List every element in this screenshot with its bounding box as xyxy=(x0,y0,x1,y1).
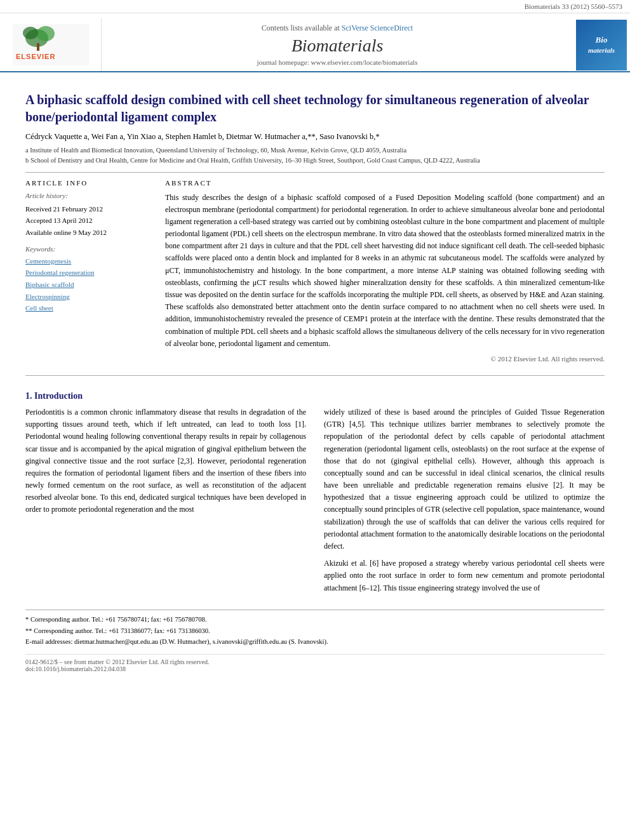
keyword-biphasic[interactable]: Biphasic scaffold xyxy=(25,279,152,291)
journal-title: Biomaterials xyxy=(292,36,384,56)
received-date: Received 21 February 2012 xyxy=(25,203,152,215)
article-title: A biphasic scaffold design combined with… xyxy=(25,91,605,126)
keyword-electrospinning[interactable]: Electrospinning xyxy=(25,291,152,303)
article-history-label: Article history: xyxy=(25,192,152,199)
divider-2 xyxy=(25,375,605,376)
journal-header: ELSEVIER Contents lists available at Sci… xyxy=(0,13,630,72)
intro-heading: 1. Introduction xyxy=(25,391,605,401)
abstract-text: This study describes the design of a bip… xyxy=(165,192,605,350)
available-date: Available online 9 May 2012 xyxy=(25,227,152,239)
article-info-column: Article Info Article history: Received 2… xyxy=(25,179,152,363)
intro-two-col: Periodontitis is a common chronic inflam… xyxy=(25,406,605,599)
article-info-heading: Article Info xyxy=(25,179,152,187)
introduction-section: 1. Introduction Periodontitis is a commo… xyxy=(25,391,605,672)
accepted-date: Accepted 13 April 2012 xyxy=(25,215,152,227)
journal-logo-box: Biomaterials xyxy=(576,20,627,70)
copyright: © 2012 Elsevier Ltd. All rights reserved… xyxy=(165,355,605,363)
intro-right-col: widely utilized of these is based around… xyxy=(324,406,605,599)
footnote-1: * Corresponding author. Tel.: +61 756780… xyxy=(25,614,605,625)
svg-text:ELSEVIER: ELSEVIER xyxy=(16,53,55,60)
svg-rect-4 xyxy=(37,43,39,51)
affiliations: a Institute of Health and Biomedical Inn… xyxy=(25,145,605,166)
divider-1 xyxy=(25,172,605,173)
svg-point-3 xyxy=(23,27,38,39)
journal-reference: Biomaterials 33 (2012) 5560–5573 xyxy=(0,0,630,13)
keyword-cell-sheet[interactable]: Cell sheet xyxy=(25,302,152,314)
keyword-cementogenesis[interactable]: Cementogenesis xyxy=(25,255,152,267)
authors: Cédryck Vaquette a, Wei Fan a, Yin Xiao … xyxy=(25,132,605,142)
issn-line: 0142-9612/$ – see front matter © 2012 El… xyxy=(25,658,605,665)
svg-point-2 xyxy=(37,26,55,41)
bottom-bar: 0142-9612/$ – see front matter © 2012 El… xyxy=(25,654,605,672)
intro-para-right: widely utilized of these is based around… xyxy=(324,406,605,552)
sciverse-text: Contents lists available at SciVerse Sci… xyxy=(262,23,413,33)
intro-para-left: Periodontitis is a common chronic inflam… xyxy=(25,406,306,516)
footnotes: * Corresponding author. Tel.: +61 756780… xyxy=(25,610,605,648)
keyword-periodontal[interactable]: Periodontal regeneration xyxy=(25,267,152,279)
keywords-label: Keywords: xyxy=(25,245,152,253)
sciverse-link[interactable]: SciVerse ScienceDirect xyxy=(342,23,413,32)
article-body: A biphasic scaffold design combined with… xyxy=(0,72,630,685)
journal-homepage: journal homepage: www.elsevier.com/locat… xyxy=(257,58,418,66)
footnote-2: ** Corresponding author. Tel.: +61 73138… xyxy=(25,625,605,637)
elsevier-logo-area: ELSEVIER xyxy=(0,18,102,71)
article-info-abstract: Article Info Article history: Received 2… xyxy=(25,179,605,363)
journal-header-center: Contents lists available at SciVerse Sci… xyxy=(102,18,573,71)
intro-para-right-2: Akizuki et al. [6] have proposed a strat… xyxy=(324,557,605,594)
abstract-column: ABSTRACT This study describes the design… xyxy=(165,179,605,363)
elsevier-logo: ELSEVIER xyxy=(13,24,89,65)
footnote-email: E-mail addresses: dietmar.hutmacher@qut.… xyxy=(25,636,605,648)
journal-logo-area: Biomaterials xyxy=(573,18,630,71)
abstract-heading: ABSTRACT xyxy=(165,179,605,187)
doi-line: doi:10.1016/j.biomaterials.2012.04.038 xyxy=(25,665,605,672)
intro-left-col: Periodontitis is a common chronic inflam… xyxy=(25,406,306,599)
